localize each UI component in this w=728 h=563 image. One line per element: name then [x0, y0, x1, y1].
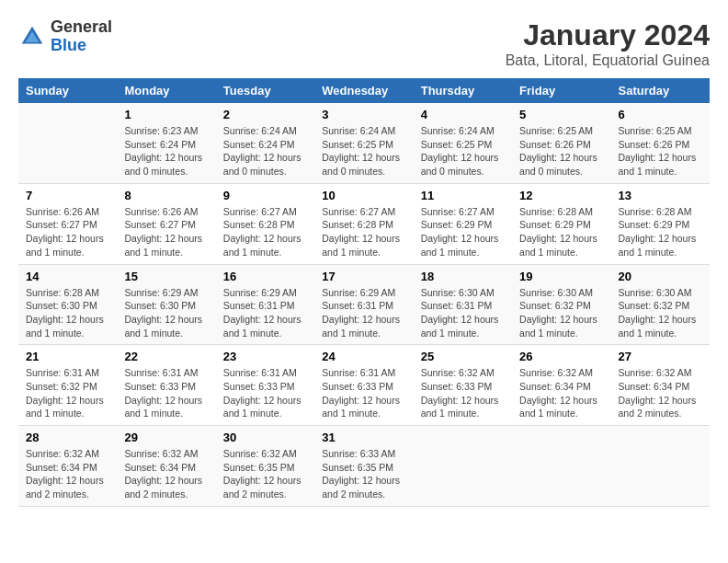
calendar-cell: 9Sunrise: 6:27 AM Sunset: 6:28 PM Daylig… — [216, 183, 314, 264]
calendar-cell: 15Sunrise: 6:29 AM Sunset: 6:30 PM Dayli… — [117, 264, 215, 345]
day-number: 2 — [223, 108, 307, 121]
day-number: 14 — [26, 270, 109, 283]
calendar-week-row: 28Sunrise: 6:32 AM Sunset: 6:34 PM Dayli… — [18, 426, 710, 507]
calendar-cell: 7Sunrise: 6:26 AM Sunset: 6:27 PM Daylig… — [18, 183, 117, 264]
calendar-cell: 17Sunrise: 6:29 AM Sunset: 6:31 PM Dayli… — [314, 264, 413, 345]
day-number: 20 — [619, 270, 702, 283]
day-number: 30 — [223, 431, 307, 444]
calendar-cell: 18Sunrise: 6:30 AM Sunset: 6:31 PM Dayli… — [414, 264, 512, 345]
day-number: 24 — [322, 350, 405, 363]
day-info: Sunrise: 6:24 AM Sunset: 6:24 PM Dayligh… — [223, 124, 307, 178]
logo-icon — [18, 23, 46, 51]
day-number: 28 — [26, 431, 109, 444]
header-day: Sunday — [18, 78, 117, 103]
day-info: Sunrise: 6:27 AM Sunset: 6:28 PM Dayligh… — [322, 205, 405, 259]
day-number: 5 — [519, 108, 603, 121]
logo-blue: Blue — [51, 37, 112, 55]
day-info: Sunrise: 6:30 AM Sunset: 6:32 PM Dayligh… — [519, 286, 603, 340]
calendar-cell: 13Sunrise: 6:28 AM Sunset: 6:29 PM Dayli… — [611, 183, 710, 264]
day-info: Sunrise: 6:24 AM Sunset: 6:25 PM Dayligh… — [322, 124, 405, 178]
day-number: 11 — [421, 189, 505, 202]
day-number: 1 — [124, 108, 208, 121]
calendar-cell: 1Sunrise: 6:23 AM Sunset: 6:24 PM Daylig… — [117, 103, 215, 183]
day-info: Sunrise: 6:26 AM Sunset: 6:27 PM Dayligh… — [26, 205, 109, 259]
day-info: Sunrise: 6:33 AM Sunset: 6:35 PM Dayligh… — [322, 447, 405, 501]
calendar-cell — [18, 103, 117, 183]
day-number: 3 — [322, 108, 405, 121]
day-info: Sunrise: 6:31 AM Sunset: 6:33 PM Dayligh… — [124, 366, 208, 420]
calendar-cell: 5Sunrise: 6:25 AM Sunset: 6:26 PM Daylig… — [512, 103, 610, 183]
day-info: Sunrise: 6:25 AM Sunset: 6:26 PM Dayligh… — [519, 124, 603, 178]
day-info: Sunrise: 6:32 AM Sunset: 6:34 PM Dayligh… — [124, 447, 208, 501]
header-day: Thursday — [414, 78, 512, 103]
day-info: Sunrise: 6:32 AM Sunset: 6:34 PM Dayligh… — [519, 366, 603, 420]
title-block: January 2024 Bata, Litoral, Equatorial G… — [506, 18, 710, 69]
logo-text: General Blue — [51, 18, 112, 55]
calendar-cell: 31Sunrise: 6:33 AM Sunset: 6:35 PM Dayli… — [314, 426, 413, 507]
calendar-week-row: 21Sunrise: 6:31 AM Sunset: 6:32 PM Dayli… — [18, 345, 710, 426]
day-info: Sunrise: 6:28 AM Sunset: 6:29 PM Dayligh… — [519, 205, 603, 259]
calendar-cell: 26Sunrise: 6:32 AM Sunset: 6:34 PM Dayli… — [512, 345, 610, 426]
calendar-week-row: 1Sunrise: 6:23 AM Sunset: 6:24 PM Daylig… — [18, 103, 710, 183]
day-info: Sunrise: 6:27 AM Sunset: 6:29 PM Dayligh… — [421, 205, 505, 259]
subtitle: Bata, Litoral, Equatorial Guinea — [506, 52, 710, 69]
calendar-cell: 24Sunrise: 6:31 AM Sunset: 6:33 PM Dayli… — [314, 345, 413, 426]
day-info: Sunrise: 6:30 AM Sunset: 6:32 PM Dayligh… — [619, 286, 702, 340]
calendar-cell: 3Sunrise: 6:24 AM Sunset: 6:25 PM Daylig… — [314, 103, 413, 183]
calendar-cell: 2Sunrise: 6:24 AM Sunset: 6:24 PM Daylig… — [216, 103, 314, 183]
day-info: Sunrise: 6:29 AM Sunset: 6:30 PM Dayligh… — [124, 286, 208, 340]
header-day: Monday — [117, 78, 215, 103]
logo: General Blue — [18, 18, 112, 55]
calendar-cell: 23Sunrise: 6:31 AM Sunset: 6:33 PM Dayli… — [216, 345, 314, 426]
day-info: Sunrise: 6:31 AM Sunset: 6:33 PM Dayligh… — [322, 366, 405, 420]
day-number: 31 — [322, 431, 405, 444]
calendar-cell — [611, 426, 710, 507]
calendar-cell: 16Sunrise: 6:29 AM Sunset: 6:31 PM Dayli… — [216, 264, 314, 345]
day-number: 4 — [421, 108, 505, 121]
day-number: 10 — [322, 189, 405, 202]
day-number: 15 — [124, 270, 208, 283]
day-info: Sunrise: 6:32 AM Sunset: 6:35 PM Dayligh… — [223, 447, 307, 501]
calendar-cell: 11Sunrise: 6:27 AM Sunset: 6:29 PM Dayli… — [414, 183, 512, 264]
day-number: 19 — [519, 270, 603, 283]
day-number: 21 — [26, 350, 109, 363]
day-info: Sunrise: 6:25 AM Sunset: 6:26 PM Dayligh… — [619, 124, 702, 178]
header-day: Tuesday — [216, 78, 314, 103]
day-number: 6 — [619, 108, 702, 121]
day-info: Sunrise: 6:24 AM Sunset: 6:25 PM Dayligh… — [421, 124, 505, 178]
day-info: Sunrise: 6:32 AM Sunset: 6:33 PM Dayligh… — [421, 366, 505, 420]
calendar-cell: 28Sunrise: 6:32 AM Sunset: 6:34 PM Dayli… — [18, 426, 117, 507]
day-info: Sunrise: 6:28 AM Sunset: 6:30 PM Dayligh… — [26, 286, 109, 340]
day-number: 13 — [619, 189, 702, 202]
header-row: SundayMondayTuesdayWednesdayThursdayFrid… — [18, 78, 710, 103]
day-number: 7 — [26, 189, 109, 202]
day-number: 27 — [619, 350, 702, 363]
day-number: 25 — [421, 350, 505, 363]
day-info: Sunrise: 6:27 AM Sunset: 6:28 PM Dayligh… — [223, 205, 307, 259]
day-number: 23 — [223, 350, 307, 363]
day-info: Sunrise: 6:28 AM Sunset: 6:29 PM Dayligh… — [619, 205, 702, 259]
day-info: Sunrise: 6:31 AM Sunset: 6:32 PM Dayligh… — [26, 366, 109, 420]
calendar-cell: 14Sunrise: 6:28 AM Sunset: 6:30 PM Dayli… — [18, 264, 117, 345]
calendar-cell: 20Sunrise: 6:30 AM Sunset: 6:32 PM Dayli… — [611, 264, 710, 345]
day-info: Sunrise: 6:32 AM Sunset: 6:34 PM Dayligh… — [619, 366, 702, 420]
day-info: Sunrise: 6:32 AM Sunset: 6:34 PM Dayligh… — [26, 447, 109, 501]
calendar-cell: 12Sunrise: 6:28 AM Sunset: 6:29 PM Dayli… — [512, 183, 610, 264]
header-day: Wednesday — [314, 78, 413, 103]
day-number: 17 — [322, 270, 405, 283]
calendar-cell: 29Sunrise: 6:32 AM Sunset: 6:34 PM Dayli… — [117, 426, 215, 507]
day-info: Sunrise: 6:31 AM Sunset: 6:33 PM Dayligh… — [223, 366, 307, 420]
day-number: 16 — [223, 270, 307, 283]
day-info: Sunrise: 6:26 AM Sunset: 6:27 PM Dayligh… — [124, 205, 208, 259]
main-title: January 2024 — [506, 18, 710, 52]
day-info: Sunrise: 6:29 AM Sunset: 6:31 PM Dayligh… — [322, 286, 405, 340]
calendar-cell: 6Sunrise: 6:25 AM Sunset: 6:26 PM Daylig… — [611, 103, 710, 183]
day-number: 22 — [124, 350, 208, 363]
header-day: Saturday — [611, 78, 710, 103]
calendar-cell: 30Sunrise: 6:32 AM Sunset: 6:35 PM Dayli… — [216, 426, 314, 507]
day-number: 8 — [124, 189, 208, 202]
day-info: Sunrise: 6:30 AM Sunset: 6:31 PM Dayligh… — [421, 286, 505, 340]
calendar-week-row: 14Sunrise: 6:28 AM Sunset: 6:30 PM Dayli… — [18, 264, 710, 345]
calendar-cell — [414, 426, 512, 507]
day-number: 29 — [124, 431, 208, 444]
